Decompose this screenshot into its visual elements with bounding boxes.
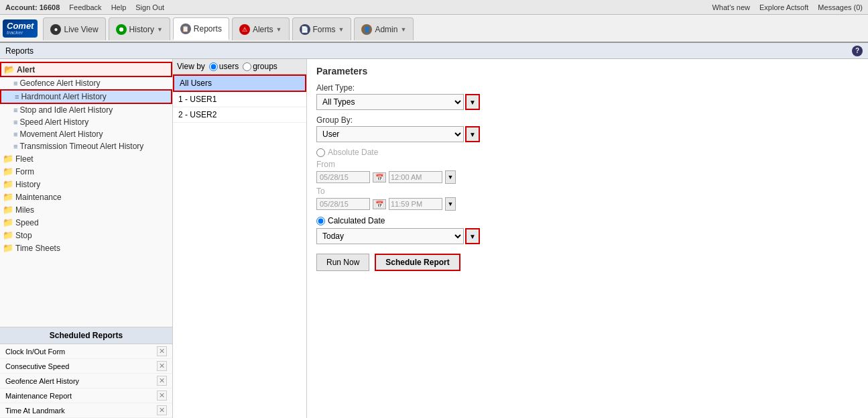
- feedback-link[interactable]: Feedback: [69, 3, 101, 11]
- scheduled-close-btn[interactable]: ✕: [157, 390, 167, 401]
- nav-admin[interactable]: 👤 Admin ▼: [354, 17, 414, 40]
- to-time-input[interactable]: [389, 198, 442, 210]
- viewby-users-label: users: [219, 62, 239, 71]
- absolute-date-radio[interactable]: [316, 148, 325, 157]
- page-icon: ≡: [13, 130, 17, 138]
- tree-fleet-label: Fleet: [15, 154, 34, 164]
- to-time-dropdown-btn[interactable]: ▼: [445, 197, 456, 211]
- to-cal-btn[interactable]: 📅: [373, 199, 386, 209]
- logo-box: Comet tracker: [3, 19, 38, 38]
- tree-movement-alert[interactable]: ≡ Movement Alert History: [0, 128, 172, 140]
- signout-link[interactable]: Sign Out: [135, 3, 164, 11]
- nav-reports-label: Reports: [194, 24, 222, 34]
- calculated-date-select[interactable]: Today: [316, 228, 464, 244]
- calculated-date-dropdown-btn[interactable]: ▼: [465, 228, 480, 244]
- alert-type-dropdown-btn[interactable]: ▼: [465, 94, 480, 110]
- tree-geofence-alert[interactable]: ≡ Geofence Alert History: [0, 77, 172, 89]
- navbar: Comet tracker ● Live View History ▼ 📋 Re…: [0, 15, 868, 43]
- run-now-button[interactable]: Run Now: [316, 254, 369, 271]
- tree-folder-stop[interactable]: 📁 Stop: [0, 229, 172, 242]
- tree-folder-history[interactable]: 📁 History: [0, 178, 172, 191]
- tree-speed-folder-label: Speed: [15, 218, 39, 227]
- user-all[interactable]: All Users: [173, 74, 306, 92]
- reports-section-header: Reports ?: [0, 43, 868, 59]
- folder-open-icon: 📂: [4, 64, 15, 74]
- tree-alert-label: Alert: [17, 65, 35, 74]
- calculated-date-radio[interactable]: [316, 217, 325, 225]
- page-icon: ≡: [13, 79, 17, 87]
- scheduled-close-btn[interactable]: ✕: [157, 376, 167, 386]
- action-buttons-row: Run Now Schedule Report: [316, 254, 859, 271]
- tree-miles-label: Miles: [15, 205, 34, 215]
- tree-transmission-alert[interactable]: ≡ Transmission Timeout Alert History: [0, 140, 172, 152]
- group-by-select[interactable]: User: [316, 126, 464, 142]
- nav-forms-label: Forms: [313, 25, 336, 34]
- from-date-row: 📅 ▼: [316, 170, 859, 184]
- whatsnew-link[interactable]: What's new: [712, 3, 750, 11]
- schedule-report-button[interactable]: Schedule Report: [375, 254, 460, 271]
- scheduled-item-label: Maintenance Report: [5, 392, 72, 400]
- tree-folder-timesheets[interactable]: 📁 Time Sheets: [0, 242, 172, 254]
- tree-folder-miles[interactable]: 📁 Miles: [0, 203, 172, 216]
- group-by-dropdown-btn[interactable]: ▼: [465, 126, 480, 142]
- alerts-chevron-icon: ▼: [276, 26, 282, 33]
- tree-hardmount-alert[interactable]: ≡ Hardmount Alert History: [0, 89, 172, 104]
- nav-history[interactable]: History ▼: [109, 17, 170, 40]
- tree-folder-maintenance[interactable]: 📁 Maintenance: [0, 191, 172, 203]
- scheduled-item[interactable]: Geofence Alert History ✕: [0, 374, 172, 388]
- scheduled-close-btn[interactable]: ✕: [157, 346, 167, 356]
- tree-folder-fleet[interactable]: 📁 Fleet: [0, 152, 172, 165]
- user-1[interactable]: 1 - USER1: [173, 92, 306, 107]
- from-date-input[interactable]: [316, 171, 370, 183]
- nav-liveview[interactable]: ● Live View: [43, 17, 105, 40]
- topbar: Account: 16608 Feedback Help Sign Out Wh…: [0, 0, 868, 15]
- viewby-groups-radio[interactable]: groups: [243, 62, 277, 71]
- help-icon[interactable]: ?: [852, 46, 863, 56]
- nav-forms[interactable]: 📄 Forms ▼: [292, 17, 352, 40]
- explore-link[interactable]: Explore Actsoft: [759, 3, 808, 11]
- from-time-dropdown-btn[interactable]: ▼: [445, 170, 456, 184]
- scheduled-close-btn[interactable]: ✕: [157, 361, 167, 371]
- from-time-input[interactable]: [389, 171, 442, 183]
- scheduled-item[interactable]: Consecutive Speed ✕: [0, 359, 172, 374]
- tree-folder-form[interactable]: 📁 Form: [0, 165, 172, 178]
- scheduled-item[interactable]: Clock In/Out Form ✕: [0, 344, 172, 359]
- tree-folder-alert[interactable]: 📂 Alert: [0, 62, 172, 77]
- page-icon: ≡: [15, 93, 19, 101]
- reports-section-title: Reports: [5, 46, 34, 56]
- nav-reports[interactable]: 📋 Reports: [173, 17, 229, 40]
- scheduled-close-btn[interactable]: ✕: [157, 405, 167, 415]
- calculated-date-row: Today ▼: [316, 228, 859, 244]
- alert-type-select[interactable]: All Types: [316, 94, 464, 110]
- folder-icon: 📁: [3, 205, 13, 215]
- from-cal-btn[interactable]: 📅: [373, 172, 386, 182]
- nav-alerts[interactable]: ⚠ Alerts ▼: [232, 17, 290, 40]
- nav-history-label: History: [129, 25, 154, 34]
- forms-chevron-icon: ▼: [338, 26, 345, 33]
- main-area: 📂 Alert ≡ Geofence Alert History ≡ Hardm…: [0, 59, 868, 418]
- scheduled-item[interactable]: Time At Landmark ✕: [0, 403, 172, 418]
- users-list: All Users 1 - USER1 2 - USER2: [173, 74, 306, 418]
- to-label: To: [316, 187, 859, 196]
- viewby-users-radio[interactable]: users: [209, 62, 239, 71]
- scheduled-item[interactable]: Maintenance Report ✕: [0, 388, 172, 403]
- alert-type-row: All Types ▼: [316, 94, 859, 110]
- tree-hardmount-label: Hardmount Alert History: [21, 92, 106, 101]
- scheduled-item-label: Clock In/Out Form: [5, 348, 65, 356]
- messages-link[interactable]: Messages (0): [818, 3, 863, 11]
- tree-speed-alert[interactable]: ≡ Speed Alert History: [0, 116, 172, 128]
- account-label: Account: 16608: [5, 3, 60, 11]
- help-link[interactable]: Help: [111, 3, 127, 11]
- user-2[interactable]: 2 - USER2: [173, 107, 306, 123]
- tree-folder-speed[interactable]: 📁 Speed: [0, 216, 172, 229]
- viewby-users-input[interactable]: [209, 62, 218, 71]
- tree-stopidle-alert[interactable]: ≡ Stop and Idle Alert History: [0, 104, 172, 116]
- tree-movement-label: Movement Alert History: [19, 129, 103, 139]
- date-type-section: Absolute Date From 📅 ▼ To 📅 ▼: [316, 148, 859, 244]
- viewby-groups-input[interactable]: [243, 62, 251, 71]
- folder-icon: 📁: [3, 217, 13, 227]
- to-date-input[interactable]: [316, 198, 370, 210]
- users-panel: View by users groups All Users 1 - USER1…: [173, 59, 307, 418]
- nav-admin-label: Admin: [375, 25, 397, 34]
- group-by-row: User ▼: [316, 126, 859, 142]
